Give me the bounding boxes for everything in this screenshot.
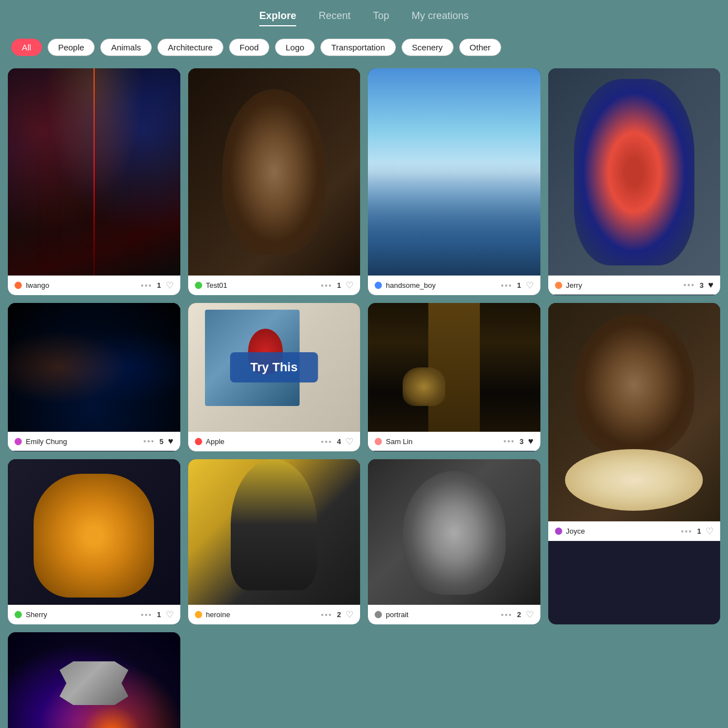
username-joyce: Joyce (566, 527, 585, 535)
card-footer-left: heroine (195, 610, 230, 619)
more-options[interactable]: ••• (321, 281, 333, 290)
tab-recent[interactable]: Recent (319, 10, 351, 26)
more-options[interactable]: ••• (321, 437, 333, 446)
filter-logo[interactable]: Logo (275, 39, 315, 56)
card-footer: Sam Lin ••• 3 ♥ (368, 432, 540, 451)
heart-icon[interactable]: ♥ (528, 436, 534, 446)
card-sherry[interactable]: Sherry ••• 1 ♡ (8, 459, 180, 624)
heart-icon[interactable]: ♡ (346, 280, 353, 291)
tab-my-creations[interactable]: My creations (412, 10, 469, 26)
card-footer-left: Sam Lin (375, 437, 413, 446)
heart-icon[interactable]: ♡ (526, 609, 534, 620)
like-count: 1 (157, 610, 161, 619)
filter-other[interactable]: Other (459, 39, 502, 56)
like-count: 1 (337, 281, 341, 290)
username-jerry: Jerry (566, 281, 582, 290)
filter-animals[interactable]: Animals (100, 39, 151, 56)
like-count: 3 (520, 437, 524, 446)
avatar (195, 438, 202, 445)
card-footer-left: Apple (195, 437, 225, 446)
filter-food[interactable]: Food (229, 39, 269, 56)
filter-transportation[interactable]: Transportation (320, 39, 395, 56)
username-test01: Test01 (206, 281, 227, 290)
card-test01[interactable]: Test01 ••• 1 ♡ (188, 68, 361, 295)
card-image-supergirl (548, 68, 721, 276)
avatar (15, 282, 22, 289)
more-options[interactable]: ••• (141, 281, 153, 290)
more-options[interactable]: ••• (501, 610, 513, 619)
tab-top[interactable]: Top (373, 10, 389, 26)
more-options[interactable]: ••• (681, 527, 693, 536)
heart-icon[interactable]: ♡ (166, 280, 174, 291)
card-footer: Test01 ••• 1 ♡ (188, 276, 361, 295)
avatar (555, 282, 562, 289)
card-iwango[interactable]: Iwango ••• 1 ♡ (8, 68, 180, 295)
filter-scenery[interactable]: Scenery (402, 39, 454, 56)
card-footer-right: ••• 1 ♡ (141, 609, 174, 620)
more-options[interactable]: ••• (321, 610, 333, 619)
tab-explore[interactable]: Explore (259, 10, 296, 26)
card-footer-right: ••• 3 ♥ (503, 436, 533, 446)
heart-icon[interactable]: ♡ (346, 436, 353, 447)
image-grid: Iwango ••• 1 ♡ Test01 ••• 1 ♡ (0, 64, 728, 728)
card-footer: Sherry ••• 1 ♡ (8, 605, 180, 624)
card-footer-right: ••• 3 ♥ (684, 280, 713, 290)
filter-architecture[interactable]: Architecture (157, 39, 223, 56)
like-count: 1 (517, 281, 521, 290)
username-apple: Apple (206, 437, 225, 446)
heart-icon[interactable]: ♥ (168, 436, 174, 446)
filter-bar: All People Animals Architecture Food Log… (0, 32, 728, 64)
heart-icon[interactable]: ♡ (166, 609, 174, 620)
card-space[interactable]: spacex ••• 2 ♡ (8, 632, 180, 728)
heart-icon[interactable]: ♡ (346, 609, 353, 620)
card-sam-lin[interactable]: Sam Lin ••• 3 ♥ (368, 303, 540, 451)
card-footer: handsome_boy ••• 1 ♡ (368, 276, 540, 295)
card-footer: heroine ••• 2 ♡ (188, 605, 361, 624)
card-image-portrait (188, 68, 361, 276)
card-joyce[interactable]: Joyce ••• 1 ♡ (548, 303, 721, 624)
card-image-woman-food (548, 303, 721, 521)
heart-icon[interactable]: ♥ (708, 280, 714, 290)
like-count: 2 (337, 610, 341, 619)
card-handsome-boy[interactable]: handsome_boy ••• 1 ♡ (368, 68, 540, 295)
username-sherry: Sherry (26, 610, 47, 619)
card-footer: Joyce ••• 1 ♡ (548, 521, 721, 541)
card-footer: portrait ••• 2 ♡ (368, 605, 540, 624)
card-footer-left: handsome_boy (375, 281, 436, 290)
card-footer-left: Test01 (195, 281, 227, 290)
card-apple[interactable]: Try This Apple ••• 4 ♡ (188, 303, 361, 451)
card-jerry[interactable]: Jerry ••• 3 ♥ (548, 68, 721, 295)
try-this-overlay[interactable]: Try This (230, 352, 318, 382)
avatar (555, 528, 562, 535)
more-options[interactable]: ••• (141, 610, 153, 619)
card-emily-chung[interactable]: Emily Chung ••• 5 ♥ (8, 303, 180, 451)
card-footer: Jerry ••• 3 ♥ (548, 276, 721, 295)
username-hero: heroine (206, 610, 230, 619)
card-footer-left: portrait (375, 610, 408, 619)
username-bw: portrait (386, 610, 408, 619)
filter-people[interactable]: People (48, 39, 95, 56)
card-hero-woman[interactable]: heroine ••• 2 ♡ (188, 459, 361, 624)
card-image-robot (8, 459, 180, 605)
more-options[interactable]: ••• (501, 281, 513, 290)
card-footer-right: ••• 1 ♡ (141, 280, 174, 291)
like-count: 1 (697, 527, 701, 535)
more-options[interactable]: ••• (684, 281, 696, 290)
avatar (15, 611, 22, 618)
avatar (375, 438, 382, 445)
card-footer-right: ••• 1 ♡ (681, 526, 713, 536)
filter-all[interactable]: All (11, 39, 42, 56)
card-image-alley (368, 303, 540, 432)
more-options[interactable]: ••• (143, 437, 155, 446)
more-options[interactable]: ••• (503, 437, 515, 446)
like-count: 4 (337, 437, 341, 446)
username-emily: Emily Chung (26, 437, 67, 446)
card-footer-right: ••• 4 ♡ (321, 436, 353, 447)
card-image-city (368, 68, 540, 276)
heart-icon[interactable]: ♡ (706, 526, 713, 536)
heart-icon[interactable]: ♡ (526, 280, 534, 291)
card-image-container: Try This (188, 303, 361, 432)
card-footer-left: Joyce (555, 527, 585, 535)
card-bw-portrait[interactable]: portrait ••• 2 ♡ (368, 459, 540, 624)
card-footer: Apple ••• 4 ♡ (188, 432, 361, 451)
